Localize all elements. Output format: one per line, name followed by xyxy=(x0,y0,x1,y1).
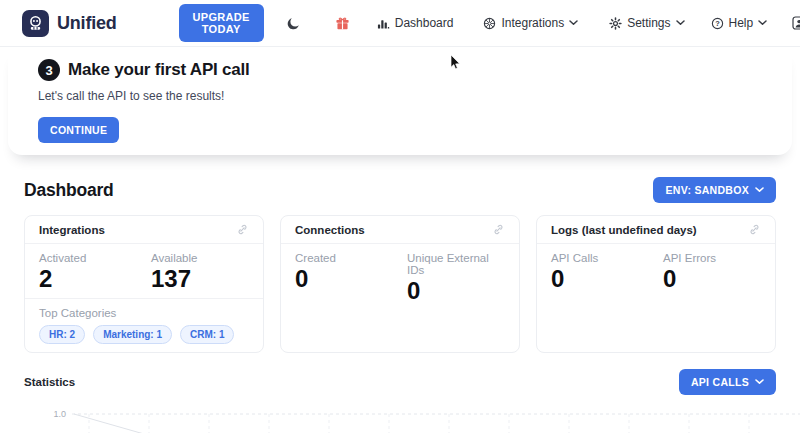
chart-gridlines xyxy=(72,409,800,433)
chevron-down-icon xyxy=(755,379,764,385)
stat-value: 0 xyxy=(663,266,716,292)
env-selector-label: ENV: SANDBOX xyxy=(665,184,749,196)
link-icon[interactable] xyxy=(748,223,761,236)
nav-account-menu[interactable]: Kailah Bharath @ unified.to xyxy=(792,16,800,30)
statistics-header: Statistics API CALLS xyxy=(24,369,776,395)
svg-text:?: ? xyxy=(715,19,720,28)
card-header: Connections xyxy=(281,216,519,244)
connections-card: Connections Created 0 Unique External ID… xyxy=(280,215,520,353)
stat-value: 0 xyxy=(295,266,407,292)
unified-logo-icon xyxy=(22,10,49,37)
chevron-down-icon xyxy=(755,187,764,193)
step-row: 3 Make your first API call xyxy=(38,59,762,81)
stat-value: 0 xyxy=(551,266,663,292)
nav-dashboard-label: Dashboard xyxy=(395,16,454,30)
chevron-down-icon xyxy=(569,20,578,26)
statistics-title: Statistics xyxy=(24,376,75,388)
chevron-down-icon xyxy=(676,20,685,26)
card-title: Connections xyxy=(295,224,365,236)
stat-value: 137 xyxy=(151,266,197,292)
stat-label: Activated xyxy=(39,252,151,264)
link-icon[interactable] xyxy=(492,223,505,236)
statistics-chart: 1.0 0.8 xyxy=(48,409,776,433)
stat: Activated 2 xyxy=(39,252,151,292)
card-header: Integrations xyxy=(25,216,263,244)
stat-label: Created xyxy=(295,252,407,264)
top-navbar: Unified UPGRADE TODAY Dashboard Integ xyxy=(0,0,800,47)
card-body: Activated 2 Available 137 xyxy=(25,244,263,298)
category-chip-hr[interactable]: HR: 2 xyxy=(39,325,85,344)
dark-mode-toggle[interactable] xyxy=(286,16,301,31)
nav-settings[interactable]: Settings xyxy=(609,16,684,30)
integrations-icon xyxy=(483,17,496,30)
stat-label: Available xyxy=(151,252,197,264)
gift-icon xyxy=(335,16,350,31)
card-footer: Top Categories HR: 2 Marketing: 1 CRM: 1 xyxy=(25,298,263,352)
category-chip-marketing[interactable]: Marketing: 1 xyxy=(93,325,172,344)
brand-name: Unified xyxy=(57,13,117,34)
nav-dashboard[interactable]: Dashboard xyxy=(377,16,454,30)
y-axis-tick: 1.0 xyxy=(48,409,66,419)
card-title: Logs (last undefined days) xyxy=(551,224,697,236)
stat-label: Unique External IDs xyxy=(407,252,505,276)
summary-cards-row: Integrations Activated 2 Available 137 T… xyxy=(24,215,776,353)
step-title: Make your first API call xyxy=(68,60,250,80)
stat: API Calls 0 xyxy=(551,252,663,292)
user-icon xyxy=(792,16,800,30)
upgrade-today-button[interactable]: UPGRADE TODAY xyxy=(179,4,264,42)
card-title: Integrations xyxy=(39,224,105,236)
category-chip-crm[interactable]: CRM: 1 xyxy=(180,325,234,344)
logs-card: Logs (last undefined days) API Calls 0 A… xyxy=(536,215,776,353)
stat-value: 2 xyxy=(39,266,151,292)
stat: Created 0 xyxy=(295,252,407,304)
statistics-section: Statistics API CALLS 1.0 0.8 xyxy=(24,369,776,433)
card-header: Logs (last undefined days) xyxy=(537,216,775,244)
dashboard-header: Dashboard ENV: SANDBOX xyxy=(0,155,800,203)
nav-help[interactable]: ? Help xyxy=(711,16,768,30)
card-body: Created 0 Unique External IDs 0 xyxy=(281,244,519,310)
stat: Available 137 xyxy=(151,252,197,292)
stat-value: 0 xyxy=(407,278,505,304)
nav-help-label: Help xyxy=(729,16,754,30)
integrations-card: Integrations Activated 2 Available 137 T… xyxy=(24,215,264,353)
page-title: Dashboard xyxy=(24,180,114,201)
rewards-button[interactable] xyxy=(335,16,350,31)
env-selector-button[interactable]: ENV: SANDBOX xyxy=(653,177,776,203)
stat-label: API Errors xyxy=(663,252,716,264)
nav-integrations-label: Integrations xyxy=(501,16,564,30)
nav-integrations[interactable]: Integrations xyxy=(483,16,578,30)
help-icon: ? xyxy=(711,17,724,30)
chevron-down-icon xyxy=(758,20,767,26)
stat-label: API Calls xyxy=(551,252,663,264)
api-calls-filter-label: API CALLS xyxy=(691,376,749,388)
onboarding-card: 3 Make your first API call Let's call th… xyxy=(8,47,792,155)
stat: API Errors 0 xyxy=(663,252,716,292)
stat: Unique External IDs 0 xyxy=(407,252,505,304)
top-categories-label: Top Categories xyxy=(39,307,249,319)
api-calls-filter-button[interactable]: API CALLS xyxy=(679,369,776,395)
category-chips: HR: 2 Marketing: 1 CRM: 1 xyxy=(39,325,249,344)
step-subtitle: Let's call the API to see the results! xyxy=(38,89,762,103)
card-body: API Calls 0 API Errors 0 xyxy=(537,244,775,298)
step-number-badge: 3 xyxy=(38,59,60,81)
bar-chart-icon xyxy=(377,17,390,30)
link-icon[interactable] xyxy=(236,223,249,236)
gear-icon xyxy=(609,17,622,30)
nav-settings-label: Settings xyxy=(627,16,670,30)
brand[interactable]: Unified xyxy=(22,10,117,37)
continue-button[interactable]: CONTINUE xyxy=(38,117,119,143)
moon-icon xyxy=(286,16,301,31)
